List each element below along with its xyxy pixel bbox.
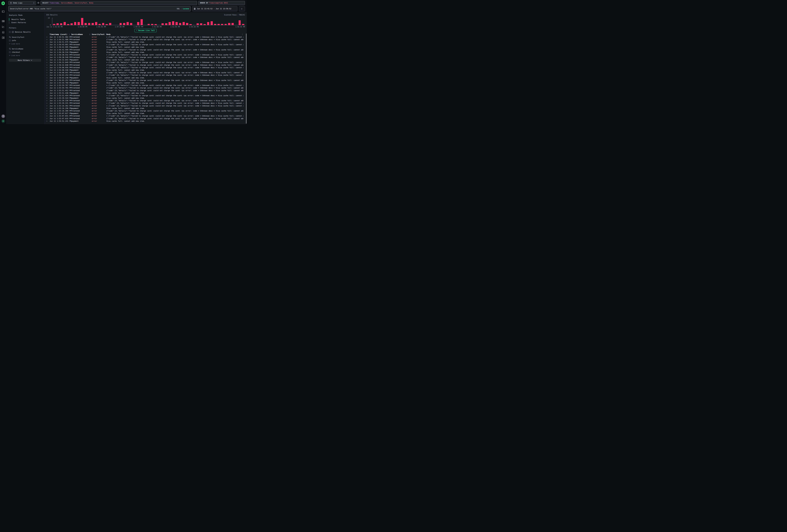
row-expand-icon[interactable]: > bbox=[46, 115, 49, 117]
log-row[interactable]: >Jun 11 1:54:52.241 PMpaymenterrorVisa c… bbox=[46, 120, 243, 122]
column-resize-handle[interactable] bbox=[89, 34, 90, 36]
log-row[interactable]: >Jun 11 1:56:38.542 PMfrontenderror× {"c… bbox=[46, 54, 243, 56]
log-row[interactable]: >Jun 11 1:56:38.534 PMpaymenterrorVisa c… bbox=[46, 51, 243, 54]
row-expand-icon[interactable]: > bbox=[46, 82, 49, 84]
row-expand-icon[interactable]: > bbox=[46, 95, 49, 97]
row-expand-icon[interactable]: > bbox=[46, 69, 49, 71]
search-input[interactable]: SeverityText:error AND "Visa cache full"… bbox=[8, 6, 191, 11]
log-row[interactable]: >Jun 11 1:55:39.324 PMpaymenterrorVisa c… bbox=[46, 97, 243, 100]
log-row[interactable]: >Jun 11 1:55:59.760 PMpaymenterrorVisa c… bbox=[46, 82, 243, 84]
log-row[interactable]: >Jun 11 1:56:08.955 PMfrontenderror{"cod… bbox=[46, 71, 243, 74]
lucene-mode-button[interactable]: Lucene bbox=[183, 8, 189, 10]
log-row[interactable]: >Jun 11 1:56:03.254 PMfrontenderror× {"c… bbox=[46, 74, 243, 77]
laptop-sessions-icon[interactable] bbox=[2, 31, 4, 34]
row-expand-icon[interactable]: > bbox=[46, 59, 49, 61]
row-expand-icon[interactable]: > bbox=[46, 100, 49, 102]
user-avatar[interactable]: U bbox=[1, 119, 5, 123]
row-expand-icon[interactable]: > bbox=[46, 54, 49, 56]
log-row[interactable]: >Jun 11 1:55:16.300 PMfrontenderror{"cod… bbox=[46, 109, 243, 112]
sql-mode-button[interactable]: SQL bbox=[177, 8, 180, 10]
log-row[interactable]: >Jun 11 1:55:07.835 PMfrontenderror{"cod… bbox=[46, 117, 243, 120]
table-scrollbar[interactable] bbox=[246, 33, 247, 124]
log-row[interactable]: >Jun 11 1:56:32.843 PMpaymenterrorVisa c… bbox=[46, 59, 243, 61]
column-resize-handle[interactable] bbox=[69, 34, 70, 36]
row-expand-icon[interactable]: > bbox=[46, 92, 49, 94]
row-expand-icon[interactable]: > bbox=[46, 49, 49, 51]
denoise-checkbox[interactable] bbox=[9, 31, 11, 33]
log-row[interactable]: >Jun 11 1:56:42.999 PMfrontenderror{"cod… bbox=[46, 48, 243, 51]
log-row[interactable]: >Jun 11 1:56:08.956 PMfrontenderror× {"c… bbox=[46, 66, 243, 69]
row-expand-icon[interactable]: > bbox=[46, 120, 49, 122]
row-expand-icon[interactable]: > bbox=[46, 107, 49, 109]
results-histogram[interactable]: 24 0 Jun 11 1:41:45 PM1:44:00 PM1:45:45 … bbox=[46, 18, 245, 28]
row-expand-icon[interactable]: > bbox=[46, 77, 49, 79]
row-expand-icon[interactable]: > bbox=[46, 67, 49, 68]
row-expand-icon[interactable]: > bbox=[46, 51, 49, 53]
help-button[interactable]: ? bbox=[1, 114, 5, 118]
log-row[interactable]: >Jun 11 1:56:32.848 PMfrontenderror{"cod… bbox=[46, 64, 243, 66]
row-expand-icon[interactable]: > bbox=[46, 102, 49, 104]
resume-live-tail-button[interactable]: ⚡ Resume Live Tail bbox=[134, 29, 157, 32]
orderby-input[interactable]: ORDER BY TimestampTime DESC bbox=[198, 1, 245, 5]
row-expand-icon[interactable]: > bbox=[46, 62, 49, 63]
row-expand-icon[interactable]: > bbox=[46, 39, 49, 40]
row-expand-icon[interactable]: > bbox=[46, 46, 49, 48]
search-icon[interactable] bbox=[9, 36, 11, 38]
log-row[interactable]: >Jun 11 1:55:51.454 PMfrontenderror× {"c… bbox=[46, 94, 243, 97]
log-row[interactable]: >Jun 11 1:56:51.980 PMfrontenderror{"cod… bbox=[46, 38, 243, 41]
log-row[interactable]: >Jun 11 1:56:51.982 PMfrontenderror× {"c… bbox=[46, 36, 243, 38]
run-query-button[interactable]: ▷ bbox=[239, 6, 245, 11]
log-row[interactable]: >Jun 11 1:56:03.252 PMfrontenderror{"cod… bbox=[46, 79, 243, 82]
log-row[interactable]: >Jun 11 1:55:51.448 PMpaymenterrorVisa c… bbox=[46, 92, 243, 94]
log-row[interactable]: >Jun 11 1:56:08.948 PMpaymenterrorVisa c… bbox=[46, 69, 243, 71]
facet-option-info[interactable]: info bbox=[9, 39, 42, 42]
log-row[interactable]: >Jun 11 1:55:07.827 PMpaymenterrorVisa c… bbox=[46, 112, 243, 115]
row-expand-icon[interactable]: > bbox=[46, 112, 49, 114]
row-expand-icon[interactable]: > bbox=[46, 72, 49, 73]
search-icon[interactable] bbox=[9, 48, 11, 50]
facet-option-checkout[interactable]: checkout bbox=[9, 51, 42, 54]
scrollbar-thumb[interactable] bbox=[246, 34, 247, 124]
table-options-kebab-icon[interactable]: ⋮ bbox=[241, 33, 243, 36]
search-logs-icon[interactable] bbox=[2, 20, 4, 22]
log-row[interactable]: >Jun 11 1:55:59.767 PMfrontenderror× {"c… bbox=[46, 84, 243, 87]
date-range-picker[interactable]: Jun 11 13:41:52 - Jun 11 13:56:52 bbox=[192, 6, 237, 11]
log-row[interactable]: >Jun 11 1:56:03.248 PMpaymenterrorVisa c… bbox=[46, 77, 243, 79]
chart-icon[interactable] bbox=[2, 25, 4, 28]
row-expand-icon[interactable]: > bbox=[46, 85, 49, 86]
row-expand-icon[interactable]: > bbox=[46, 74, 49, 76]
panel-left-icon[interactable] bbox=[2, 10, 4, 13]
denoise-results-toggle[interactable]: Denoise Results bbox=[9, 30, 42, 34]
row-expand-icon[interactable]: > bbox=[46, 57, 49, 58]
source-select[interactable]: Demo Logs bbox=[8, 1, 36, 5]
log-row[interactable]: >Jun 11 1:55:51.452 PMfrontenderror{"cod… bbox=[46, 89, 243, 92]
row-expand-icon[interactable]: > bbox=[46, 80, 49, 81]
mode-results-table[interactable]: Results Table bbox=[9, 18, 42, 21]
row-expand-icon[interactable]: > bbox=[46, 41, 49, 43]
log-row[interactable]: >Jun 11 1:56:43.001 PMfrontenderror× {"c… bbox=[46, 43, 243, 46]
row-expand-icon[interactable]: > bbox=[46, 105, 49, 107]
log-row[interactable]: >Jun 11 1:55:59.765 PMfrontenderror{"cod… bbox=[46, 87, 243, 89]
row-expand-icon[interactable]: > bbox=[46, 64, 49, 66]
load-more-severity[interactable]: Load more bbox=[9, 42, 42, 45]
load-more-service[interactable]: Load more bbox=[9, 54, 42, 57]
source-settings-gear-icon[interactable]: ⚙ bbox=[37, 2, 39, 4]
log-row[interactable]: >Jun 11 1:55:07.841 PMfrontenderror× {"c… bbox=[46, 115, 243, 117]
mode-event-patterns[interactable]: Event Patterns bbox=[9, 21, 42, 24]
select-columns-input[interactable]: SELECT Timestamp, ServiceName, SeverityT… bbox=[41, 1, 197, 5]
row-expand-icon[interactable]: > bbox=[46, 44, 49, 45]
row-expand-icon[interactable]: > bbox=[46, 118, 49, 120]
checkout-checkbox[interactable] bbox=[9, 51, 11, 53]
column-resize-handle[interactable] bbox=[104, 34, 105, 36]
dashboard-icon[interactable] bbox=[2, 36, 4, 39]
log-row[interactable]: >Jun 11 1:55:39.330 PMfrontenderror{"cod… bbox=[46, 100, 243, 102]
log-row[interactable]: >Jun 11 1:55:39.331 PMfrontenderror× {"c… bbox=[46, 102, 243, 105]
row-expand-icon[interactable]: > bbox=[46, 87, 49, 89]
log-row[interactable]: >Jun 11 1:56:51.975 PMpaymenterrorVisa c… bbox=[46, 41, 243, 43]
hyperdx-logo-icon[interactable] bbox=[1, 1, 5, 5]
log-row[interactable]: >Jun 11 1:56:38.540 PMfrontenderror{"cod… bbox=[46, 56, 243, 59]
row-expand-icon[interactable]: > bbox=[46, 110, 49, 112]
info-checkbox[interactable] bbox=[9, 40, 11, 41]
row-expand-icon[interactable]: > bbox=[46, 36, 49, 38]
log-row[interactable]: >Jun 11 1:56:42.995 PMpaymenterrorVisa c… bbox=[46, 46, 243, 48]
